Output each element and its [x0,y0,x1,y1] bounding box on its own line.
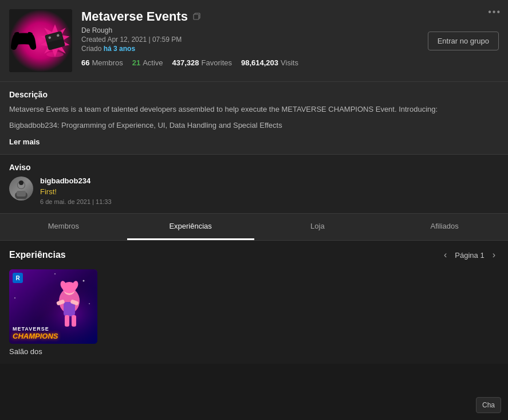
svg-rect-27 [72,315,76,327]
svg-rect-7 [194,14,199,19]
svg-point-16 [54,273,56,274]
description-line1: Metaverse Events is a team of talented d… [9,104,499,115]
tab-membros[interactable]: Membros [0,214,127,240]
notice-avatar[interactable] [9,176,33,201]
experiences-grid: METAVERSE CHAMPIONS R Salão dos [9,269,499,356]
group-created: Created Apr 12, 2021 | 07:59 PM [81,36,419,44]
description-text: Metaverse Events is a team of talented d… [9,104,499,131]
svg-rect-26 [65,315,69,327]
description-section: Descrição Metaverse Events is a team of … [0,82,508,155]
notice-body: bigbadbob234 First! 6 de mai. de 2021 | … [40,176,499,205]
more-options-button[interactable]: ••• [488,7,501,17]
tabs-bar: Membros Experiências Loja Afiliados [0,214,508,241]
tab-afiliados[interactable]: Afiliados [381,214,508,240]
avatar-image [9,176,33,201]
favorites-label: Favorites [202,58,232,67]
notice-date: 6 de mai. de 2021 | 11:33 [40,198,499,205]
favorites-count: 437,328 [172,58,199,67]
active-label: Active [143,58,163,67]
notice-label: Aviso [9,163,499,172]
description-line2: Bigbadbob234: Programming of Experience,… [9,120,499,131]
svg-point-19 [14,297,15,299]
visits-label: Visits [281,58,298,67]
experiences-title: Experiências [9,250,66,260]
experiences-header: Experiências ‹ Página 1 › [9,249,499,261]
visits-count: 98,614,203 [241,58,278,67]
active-count: 21 [132,58,140,67]
svg-point-11 [19,180,23,185]
svg-rect-12 [17,191,26,197]
group-age: Criado há 3 anos [81,45,419,53]
group-title-row: Metaverse Events [81,9,419,24]
svg-point-5 [46,52,64,57]
champions-logo-text: METAVERSE CHAMPIONS [13,327,58,340]
description-label: Descrição [9,90,499,99]
tab-experiencias[interactable]: Experiências [127,214,254,240]
members-count: 66 [81,58,89,67]
logo-image [9,9,72,72]
group-title: Metaverse Events [81,9,188,24]
group-info: Metaverse Events De Rough Created Apr 12… [81,9,419,67]
read-more-button[interactable]: Ler mais [9,138,40,146]
tab-loja[interactable]: Loja [254,214,381,240]
experience-thumbnail: METAVERSE CHAMPIONS R [9,269,97,344]
champions-thumb-bg: METAVERSE CHAMPIONS R [9,269,97,344]
svg-point-17 [83,280,85,282]
experiences-section: Experiências ‹ Página 1 › [0,241,508,364]
experience-name: Salão dos [9,347,97,356]
pagination: ‹ Página 1 › [440,249,499,261]
next-page-button[interactable]: › [489,249,499,261]
copy-icon[interactable] [192,12,202,21]
champions-text: CHAMPIONS [13,332,58,340]
notice-text: First! [40,187,499,196]
prev-page-button[interactable]: ‹ [440,249,450,261]
notice-post: bigbadbob234 First! 6 de mai. de 2021 | … [9,176,499,205]
experience-card[interactable]: METAVERSE CHAMPIONS R Salão dos [9,269,97,356]
join-group-button[interactable]: Entrar no grupo [428,32,499,50]
group-owner: De Rough [81,26,419,34]
notice-username[interactable]: bigbadbob234 [40,176,499,185]
members-label: Membros [92,58,123,67]
chat-hint-button[interactable]: Cha [476,397,501,413]
group-logo [9,9,72,72]
page-label: Página 1 [455,251,484,260]
svg-point-18 [89,303,90,304]
notice-section: Aviso bigbadbob234 First! 6 de mai. de 2… [0,155,508,214]
roblox-badge: R [13,273,23,283]
group-header: Metaverse Events De Rough Created Apr 12… [0,0,508,82]
group-stats: 66 Membros 21 Active 437,328 Favorites 9… [81,58,419,67]
